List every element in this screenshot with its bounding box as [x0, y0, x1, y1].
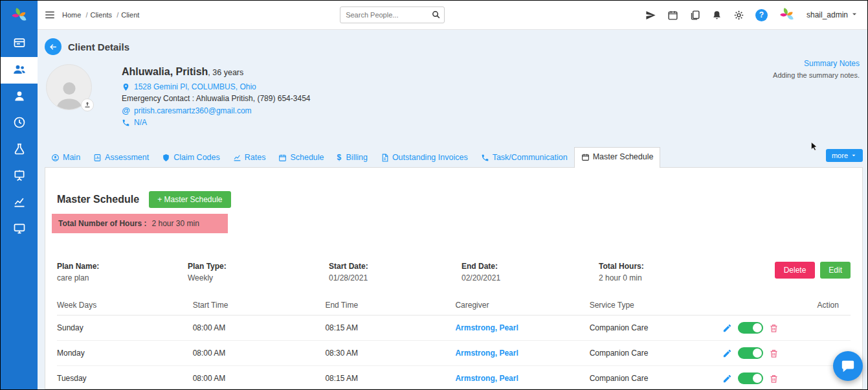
sidebar-item-system[interactable] [1, 216, 38, 243]
tab-master-schedule[interactable]: Master Schedule [574, 147, 661, 168]
summary-notes-link[interactable]: Summary Notes [804, 59, 860, 68]
plan-name-col: Plan Name: care plan [57, 262, 188, 282]
summary-notes: Summary Notes Adding the summary notes. [773, 57, 860, 79]
plan-hours-value: 2 hour 0 min [599, 273, 728, 282]
breadcrumb-clients[interactable]: Clients [90, 11, 118, 19]
tab-billing[interactable]: $ Billing [331, 148, 374, 167]
tab-main[interactable]: Main [45, 148, 87, 167]
chat-widget-button[interactable] [833, 351, 863, 381]
chevron-down-icon [851, 152, 857, 159]
page-header: Client Details [38, 30, 867, 55]
start-date-col: Start Date: 01/28/2021 [329, 262, 462, 282]
sidebar-item-dashboard[interactable] [1, 30, 38, 57]
delete-row-icon[interactable] [769, 323, 779, 333]
send-icon[interactable] [645, 10, 656, 21]
toggle-knob [753, 374, 762, 383]
sidebar-item-reports[interactable] [1, 190, 38, 216]
total-hours-col: Total Hours: 2 hour 0 min [599, 262, 728, 282]
start-time-cell: 08:00 AM [193, 374, 326, 383]
client-email-link[interactable]: pritish.caresmartz360@gmail.com [134, 106, 252, 115]
client-profile: Ahluwalia, Pritish, 36 years 1528 Gemini… [46, 64, 867, 130]
delete-plan-button[interactable]: Delete [775, 262, 816, 279]
weekday-cell: Monday [57, 349, 193, 358]
settings-gear-icon[interactable] [733, 10, 744, 21]
end-time-cell: 08:30 AM [325, 349, 455, 358]
emergency-contact: Emergency Contact : Ahluwalia Pritish, (… [122, 94, 311, 103]
header-action: Action [720, 301, 851, 310]
breadcrumb-home[interactable]: Home [62, 11, 87, 19]
client-name-line: Ahluwalia, Pritish, 36 years [122, 66, 311, 78]
action-cell [720, 322, 851, 334]
service-type-cell: Companion Care [590, 323, 720, 332]
end-date-value: 02/20/2021 [462, 273, 599, 282]
sidebar-item-caregivers[interactable] [1, 84, 38, 110]
table-row: Sunday 08:00 AM 08:15 AM Armstrong, Pear… [57, 315, 851, 341]
hamburger-menu-icon[interactable] [44, 9, 56, 21]
caregiver-link[interactable]: Armstrong, Pearl [455, 374, 518, 383]
search-icon[interactable] [431, 10, 441, 19]
help-icon[interactable]: ? [755, 9, 768, 21]
row-active-toggle[interactable] [738, 373, 763, 384]
master-schedule-panel: Master Schedule + Master Schedule Total … [45, 167, 863, 389]
delete-row-icon[interactable] [769, 349, 779, 358]
more-tabs-button[interactable]: more [826, 149, 863, 162]
flower-logo-icon [10, 6, 28, 25]
location-pin-icon [122, 83, 130, 91]
edit-row-icon[interactable] [722, 349, 732, 358]
app-logo[interactable] [1, 1, 38, 30]
weekday-cell: Sunday [57, 323, 193, 332]
search-box [340, 6, 445, 23]
start-date-label: Start Date: [329, 262, 462, 271]
sidebar-item-scheduling[interactable] [1, 110, 38, 137]
sidebar-item-presentation[interactable] [1, 163, 38, 190]
people-icon [13, 63, 26, 78]
plan-actions: Delete Edit [775, 262, 851, 279]
caregiver-link[interactable]: Armstrong, Pearl [455, 349, 518, 358]
plan-name-label: Plan Name: [57, 262, 188, 271]
client-address-link[interactable]: 1528 Gemini Pl, COLUMBUS, Ohio [134, 82, 256, 91]
edit-row-icon[interactable] [722, 323, 732, 333]
section-title: Master Schedule [57, 194, 139, 205]
table-header-row: Week Days Start Time End Time Caregiver … [57, 295, 851, 315]
row-active-toggle[interactable] [738, 347, 763, 359]
tab-schedule[interactable]: Schedule [272, 148, 330, 167]
row-active-toggle[interactable] [738, 322, 763, 334]
search-input[interactable] [340, 6, 445, 23]
calendar-icon[interactable] [667, 10, 678, 21]
client-address-line: 1528 Gemini Pl, COLUMBUS, Ohio [122, 82, 311, 91]
edit-row-icon[interactable] [722, 374, 732, 384]
toggle-knob [753, 349, 762, 358]
add-master-schedule-button[interactable]: + Master Schedule [149, 191, 230, 208]
tab-task-communication[interactable]: Task/Communication [474, 148, 574, 167]
delete-row-icon[interactable] [769, 374, 779, 384]
sidebar-item-clients[interactable] [1, 57, 38, 84]
monitor-icon [13, 222, 26, 238]
client-tabs: Main Assessment Claim Codes Rates Schedu… [45, 147, 863, 167]
tab-rates[interactable]: Rates [227, 148, 273, 167]
client-phone-value[interactable]: N/A [134, 118, 147, 127]
back-button[interactable] [45, 38, 61, 55]
edit-plan-button[interactable]: Edit [820, 262, 851, 279]
breadcrumb-client[interactable]: Client [121, 11, 139, 19]
notifications-bell-icon[interactable] [711, 10, 722, 21]
tab-outstanding-invoices[interactable]: Outstanding Invoices [374, 148, 474, 167]
user-menu[interactable]: shail_admin [807, 10, 858, 20]
line-chart-icon [13, 196, 26, 211]
action-cell [720, 347, 851, 359]
tab-assessment[interactable]: Assessment [87, 148, 155, 167]
sidebar-item-operations[interactable] [1, 137, 38, 163]
upload-photo-icon[interactable] [81, 98, 94, 111]
tab-claim-codes[interactable]: Claim Codes [155, 148, 227, 167]
easel-icon [13, 169, 26, 185]
plan-hours-label: Total Hours: [599, 262, 728, 271]
documents-icon[interactable] [689, 10, 700, 21]
tab-label: Task/Communication [493, 153, 568, 162]
dashboard-card-icon [13, 36, 26, 52]
topbar-icons: ? shail_admin [645, 6, 858, 23]
caregiver-link[interactable]: Armstrong, Pearl [455, 323, 518, 332]
user-avatar[interactable] [779, 6, 796, 23]
header-service-type: Service Type [590, 301, 720, 310]
plan-name-value: care plan [57, 273, 188, 282]
end-date-label: End Date: [462, 262, 599, 271]
content-area: Client Details Summary Notes Adding the … [38, 30, 867, 389]
